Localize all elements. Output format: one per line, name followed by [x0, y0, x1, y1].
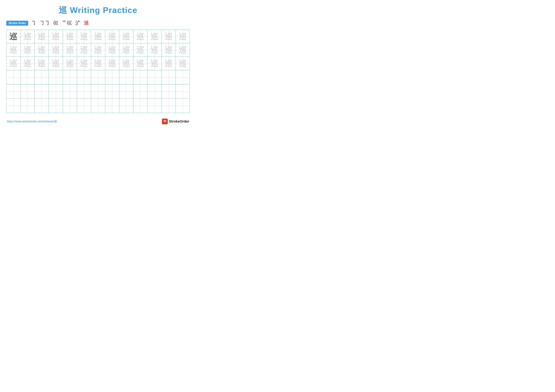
- table-row: 巡: [21, 30, 35, 43]
- table-row[interactable]: [147, 99, 161, 113]
- table-row[interactable]: [7, 99, 21, 113]
- footer: https://www.strokeorder.com/chinese/巡 字 …: [6, 119, 190, 124]
- table-row[interactable]: [21, 85, 35, 99]
- table-row: 巡: [175, 57, 190, 70]
- table-row[interactable]: [77, 85, 91, 99]
- table-row: 巡: [49, 30, 63, 43]
- table-row[interactable]: [7, 85, 21, 99]
- table-row: 巡: [119, 43, 133, 57]
- table-row: 巡: [91, 57, 105, 70]
- table-row[interactable]: [105, 99, 119, 113]
- table-row[interactable]: [49, 70, 63, 85]
- stroke-chars: ㇆ ㇆㇆ 巛 ⺌巛 㲿 巡: [31, 20, 89, 27]
- table-row[interactable]: [49, 99, 63, 113]
- grid-row-4: [7, 70, 190, 85]
- table-row[interactable]: [91, 70, 105, 85]
- stroke-6: 巡: [84, 20, 89, 27]
- table-row[interactable]: [63, 99, 77, 113]
- stroke-5: 㲿: [75, 20, 80, 27]
- table-row[interactable]: [133, 70, 147, 85]
- table-row: 巡: [147, 57, 161, 70]
- page-title: 巡 Writing Practice: [6, 5, 190, 16]
- table-row[interactable]: [21, 70, 35, 85]
- table-row: 巡: [35, 43, 49, 57]
- table-row[interactable]: [133, 85, 147, 99]
- table-row: 巡: [133, 43, 147, 57]
- stroke-4: ⺌巛: [62, 20, 72, 27]
- table-row[interactable]: [175, 85, 190, 99]
- grid-row-1: 巡 巡 巡 巡 巡 巡 巡 巡 巡 巡 巡 巡 巡: [7, 30, 190, 43]
- table-row[interactable]: [63, 70, 77, 85]
- stroke-order-badge: Stroke Order: [6, 21, 28, 26]
- table-row: 巡: [77, 30, 91, 43]
- table-row: 巡: [147, 43, 161, 57]
- table-row[interactable]: [161, 70, 175, 85]
- brand-name: StrokeOrder: [169, 119, 189, 123]
- footer-url[interactable]: https://www.strokeorder.com/chinese/巡: [7, 120, 57, 123]
- table-row: 巡: [105, 57, 119, 70]
- table-row: 巡: [161, 43, 175, 57]
- table-row: 巡: [175, 43, 190, 57]
- table-row: 巡: [35, 57, 49, 70]
- table-row[interactable]: [119, 85, 133, 99]
- table-row: 巡: [21, 43, 35, 57]
- table-row[interactable]: [119, 99, 133, 113]
- table-row: 巡: [77, 57, 91, 70]
- table-row: 巡: [63, 30, 77, 43]
- table-row[interactable]: [49, 85, 63, 99]
- table-row[interactable]: [35, 70, 49, 85]
- table-row[interactable]: [91, 85, 105, 99]
- table-row[interactable]: [147, 70, 161, 85]
- stroke-order-row: Stroke Order ㇆ ㇆㇆ 巛 ⺌巛 㲿 巡: [6, 20, 190, 27]
- table-row: 巡: [133, 57, 147, 70]
- table-row: 巡: [35, 30, 49, 43]
- table-row[interactable]: [105, 85, 119, 99]
- table-row: 巡: [105, 30, 119, 43]
- table-row: 巡: [119, 57, 133, 70]
- grid-row-5: [7, 85, 190, 99]
- table-row: 巡: [49, 57, 63, 70]
- table-row[interactable]: [63, 85, 77, 99]
- table-row: 巡: [7, 43, 21, 57]
- table-row: 巡: [21, 57, 35, 70]
- grid-row-3: 巡 巡 巡 巡 巡 巡 巡 巡 巡 巡 巡 巡 巡: [7, 57, 190, 70]
- table-row: 巡: [147, 30, 161, 43]
- table-row: 巡: [161, 30, 175, 43]
- table-row[interactable]: [147, 85, 161, 99]
- brand: 字 StrokeOrder: [162, 119, 189, 124]
- table-row[interactable]: [77, 99, 91, 113]
- table-row: 巡: [133, 30, 147, 43]
- table-row: 巡: [77, 43, 91, 57]
- table-row[interactable]: [175, 70, 190, 85]
- table-row: 巡: [119, 30, 133, 43]
- table-row[interactable]: [35, 85, 49, 99]
- table-row[interactable]: [21, 99, 35, 113]
- table-row[interactable]: [175, 99, 190, 113]
- table-row: 巡: [175, 30, 190, 43]
- table-row: 巡: [161, 57, 175, 70]
- table-row: 巡: [63, 57, 77, 70]
- stroke-3: 巛: [53, 20, 58, 27]
- table-row: 巡: [91, 43, 105, 57]
- table-row: 巡: [91, 30, 105, 43]
- grid-cell-solid: 巡: [7, 30, 21, 43]
- table-row[interactable]: [161, 85, 175, 99]
- stroke-2: ㇆㇆: [40, 20, 50, 27]
- brand-icon: 字: [162, 119, 168, 124]
- table-row[interactable]: [91, 99, 105, 113]
- table-row: 巡: [7, 57, 21, 70]
- table-row[interactable]: [35, 99, 49, 113]
- table-row[interactable]: [133, 99, 147, 113]
- stroke-1: ㇆: [31, 20, 36, 27]
- practice-grid: 巡 巡 巡 巡 巡 巡 巡 巡 巡 巡 巡 巡 巡 巡 巡 巡 巡 巡 巡 巡 …: [6, 30, 190, 113]
- grid-row-2: 巡 巡 巡 巡 巡 巡 巡 巡 巡 巡 巡 巡 巡: [7, 43, 190, 57]
- table-row[interactable]: [7, 70, 21, 85]
- table-row[interactable]: [119, 70, 133, 85]
- grid-row-6: [7, 99, 190, 113]
- table-row[interactable]: [105, 70, 119, 85]
- table-row[interactable]: [161, 99, 175, 113]
- table-row: 巡: [105, 43, 119, 57]
- table-row[interactable]: [77, 70, 91, 85]
- table-row: 巡: [63, 43, 77, 57]
- table-row: 巡: [49, 43, 63, 57]
